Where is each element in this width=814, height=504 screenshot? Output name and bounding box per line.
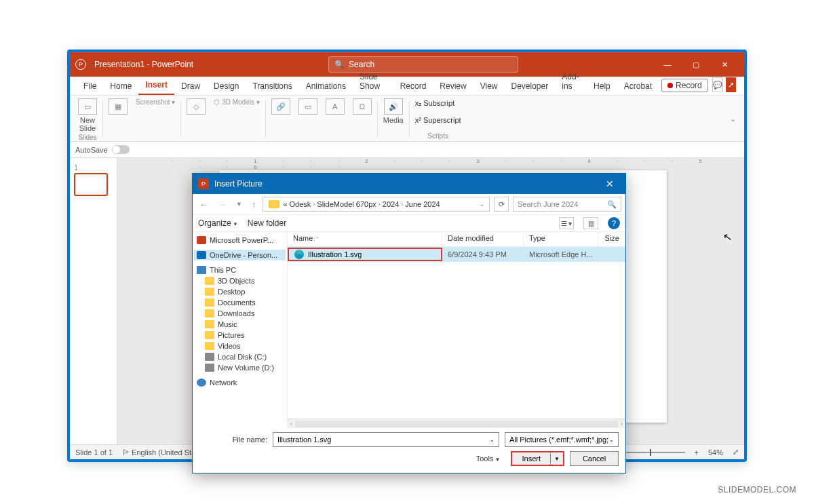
tab-record[interactable]: Record bbox=[393, 81, 433, 95]
dialog-title: Insert Picture bbox=[214, 179, 263, 189]
file-list: Name ⌃ Date modified Type Size Illustrat… bbox=[288, 232, 625, 428]
3d-models-button[interactable]: ⬡ 3D Models ▾ bbox=[214, 98, 259, 106]
zoom-slider[interactable] bbox=[617, 452, 685, 453]
horizontal-scrollbar[interactable]: ‹› bbox=[288, 419, 625, 428]
filename-input[interactable]: Illustration 1.svg ⌄ bbox=[273, 432, 499, 447]
tab-design[interactable]: Design bbox=[207, 81, 246, 95]
tab-file[interactable]: File bbox=[77, 81, 103, 95]
link-button[interactable]: 🔗 bbox=[271, 98, 290, 116]
tab-home[interactable]: Home bbox=[103, 81, 138, 95]
file-illustration-1[interactable]: Illustration 1.svg bbox=[288, 248, 442, 261]
powerpoint-icon: P bbox=[75, 59, 86, 70]
tab-view[interactable]: View bbox=[473, 81, 505, 95]
col-size[interactable]: Size bbox=[598, 232, 625, 246]
tree-powerpoint[interactable]: Microsoft PowerP... bbox=[194, 235, 286, 246]
symbols-button[interactable]: Ω bbox=[353, 98, 372, 116]
new-folder-button[interactable]: New folder bbox=[248, 218, 286, 228]
insert-picture-dialog: P Insert Picture ✕ ← → ▼ ↑ « Odesk› Slid… bbox=[192, 173, 626, 473]
slide-thumbnail-panel: 1 bbox=[70, 158, 117, 444]
tab-slideshow[interactable]: Slide Show bbox=[353, 72, 393, 95]
comment-button[interactable]: ▭ bbox=[298, 98, 317, 116]
nav-recent-dropdown[interactable]: ▼ bbox=[233, 201, 245, 208]
tab-animations[interactable]: Animations bbox=[299, 81, 353, 95]
preview-pane-button[interactable]: ▥ bbox=[583, 217, 598, 229]
cancel-button[interactable]: Cancel bbox=[570, 451, 619, 466]
dialog-body: Microsoft PowerP... OneDrive - Person...… bbox=[193, 232, 625, 428]
zoom-in-button[interactable]: + bbox=[695, 448, 699, 457]
subscript-button[interactable]: x₂ Subscript bbox=[415, 98, 454, 109]
insert-split-dropdown[interactable]: ▼ bbox=[551, 456, 563, 462]
tree-desktop[interactable]: Desktop bbox=[194, 286, 286, 297]
text-button[interactable]: A bbox=[326, 98, 345, 116]
ribbon-collapse-chevron-icon[interactable]: ⌄ bbox=[730, 97, 740, 141]
window-title: Presentation1 - PowerPoint bbox=[94, 60, 193, 69]
tree-local-disk-c[interactable]: Local Disk (C:) bbox=[194, 351, 286, 362]
tree-videos[interactable]: Videos bbox=[194, 341, 286, 351]
comment-icon: ▭ bbox=[298, 98, 317, 115]
superscript-button[interactable]: x² Superscript bbox=[415, 115, 461, 125]
file-date: 6/9/2024 9:43 PM bbox=[442, 250, 524, 258]
ribbon-insert: ▭ New Slide Slides ▦ Screenshot ▾ ◇ ⬡ 3D… bbox=[70, 96, 744, 142]
search-box[interactable]: 🔍 Search bbox=[328, 56, 518, 73]
tree-network[interactable]: Network bbox=[194, 377, 286, 388]
autosave-toggle[interactable] bbox=[112, 145, 130, 154]
nav-up-button[interactable]: ↑ bbox=[249, 199, 259, 210]
dialog-close-button[interactable]: ✕ bbox=[600, 178, 620, 189]
screenshot-button[interactable]: Screenshot ▾ bbox=[136, 98, 175, 106]
tree-new-volume-d[interactable]: New Volume (D:) bbox=[194, 362, 286, 373]
refresh-button[interactable]: ⟳ bbox=[494, 197, 509, 212]
tab-help[interactable]: Help bbox=[587, 81, 617, 95]
new-slide-button[interactable]: ▭ New Slide bbox=[78, 98, 97, 132]
filetype-filter[interactable]: All Pictures (*.emf;*.wmf;*.jpg;* ⌄ bbox=[505, 432, 619, 447]
tab-transitions[interactable]: Transitions bbox=[246, 81, 298, 95]
slides-group-label: Slides bbox=[78, 132, 96, 141]
tree-onedrive[interactable]: OneDrive - Person... bbox=[194, 250, 286, 260]
tree-downloads[interactable]: Downloads bbox=[194, 308, 286, 319]
breadcrumb[interactable]: « Odesk› SlideModel 670px› 2024› June 20… bbox=[263, 197, 490, 212]
col-date[interactable]: Date modified bbox=[442, 232, 524, 246]
view-options-button[interactable]: ☰ ▾ bbox=[559, 217, 574, 229]
insert-button[interactable]: Insert ▼ bbox=[511, 451, 564, 466]
tab-acrobat[interactable]: Acrobat bbox=[617, 81, 659, 95]
tree-this-pc[interactable]: This PC bbox=[194, 265, 286, 275]
col-name[interactable]: Name ⌃ bbox=[288, 232, 442, 246]
slide-number: 1 bbox=[74, 163, 113, 172]
folder-icon bbox=[269, 200, 279, 208]
filename-label: File name: bbox=[199, 435, 267, 444]
tab-addins[interactable]: Add-ins bbox=[555, 72, 587, 95]
nav-back-button[interactable]: ← bbox=[197, 199, 211, 210]
tools-dropdown[interactable]: Tools bbox=[476, 454, 501, 463]
tab-insert[interactable]: Insert bbox=[138, 80, 174, 95]
media-button[interactable]: 🔊Media bbox=[383, 98, 404, 124]
tab-draw[interactable]: Draw bbox=[174, 81, 207, 95]
zoom-percent[interactable]: 54% bbox=[708, 448, 723, 457]
close-button[interactable]: ✕ bbox=[710, 52, 739, 77]
maximize-button[interactable]: ▢ bbox=[682, 52, 710, 77]
dialog-toolbar: Organize New folder ☰ ▾ ▥ ? bbox=[193, 214, 625, 232]
help-button[interactable]: ? bbox=[608, 217, 620, 229]
tree-documents[interactable]: Documents bbox=[194, 297, 286, 308]
minimize-button[interactable]: — bbox=[653, 52, 682, 77]
tree-3d-objects[interactable]: 3D Objects bbox=[194, 275, 286, 286]
fit-button[interactable]: ⤢ bbox=[733, 448, 739, 457]
slide-counter: Slide 1 of 1 bbox=[75, 448, 113, 457]
breadcrumb-dropdown-icon[interactable]: ⌄ bbox=[480, 201, 485, 208]
chevron-down-icon[interactable]: ⌄ bbox=[490, 437, 495, 443]
tab-developer[interactable]: Developer bbox=[505, 81, 556, 95]
nav-forward-button[interactable]: → bbox=[215, 199, 229, 210]
table-button[interactable]: ▦ bbox=[109, 98, 128, 116]
shapes-button[interactable]: ◇ bbox=[187, 98, 206, 116]
comments-icon[interactable]: 💬 bbox=[712, 77, 723, 92]
tree-music[interactable]: Music bbox=[194, 319, 286, 330]
search-icon: 🔍 bbox=[334, 60, 345, 69]
file-row-selected[interactable]: Illustration 1.svg 6/9/2024 9:43 PM Micr… bbox=[288, 247, 625, 262]
dialog-search-input[interactable]: Search June 2024 🔍 bbox=[513, 197, 621, 212]
tab-review[interactable]: Review bbox=[433, 81, 473, 95]
tree-pictures[interactable]: Pictures bbox=[194, 330, 286, 341]
col-type[interactable]: Type bbox=[524, 232, 598, 246]
record-button[interactable]: Record bbox=[661, 79, 708, 92]
share-button[interactable]: ↗ bbox=[726, 77, 736, 92]
new-slide-icon: ▭ bbox=[78, 98, 97, 115]
organize-button[interactable]: Organize bbox=[198, 218, 238, 228]
slide-thumbnail-1[interactable] bbox=[74, 173, 108, 196]
